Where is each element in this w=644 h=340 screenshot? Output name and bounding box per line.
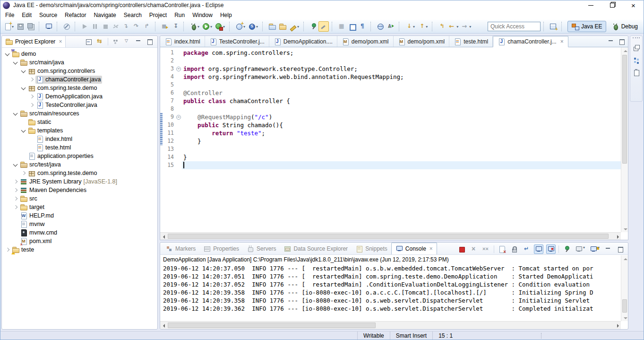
expander-closed-icon[interactable] bbox=[28, 76, 35, 83]
perspective-debug[interactable]: Debug bbox=[608, 21, 642, 32]
dots-button[interactable] bbox=[112, 38, 120, 45]
scrollbar-thumb[interactable] bbox=[168, 323, 376, 328]
task-list-view-icon[interactable] bbox=[633, 69, 640, 76]
disconnect-button[interactable] bbox=[111, 21, 121, 32]
console-horizontal-scrollbar[interactable] bbox=[160, 321, 621, 329]
expander-closed-icon[interactable] bbox=[28, 93, 35, 100]
open-type-button[interactable] bbox=[267, 21, 277, 32]
dropdown-arrow-icon[interactable]: ▾ bbox=[223, 25, 225, 29]
outline-view-icon[interactable] bbox=[633, 56, 640, 64]
show-selected-button[interactable] bbox=[347, 21, 357, 32]
tree-item-teste-html[interactable]: teste.html bbox=[2, 143, 157, 152]
forward-button[interactable]: ▾ bbox=[460, 21, 472, 32]
scroll-up-icon[interactable] bbox=[621, 47, 628, 54]
scroll-left-icon[interactable] bbox=[160, 233, 167, 240]
word-wrap-button[interactable] bbox=[522, 244, 531, 254]
menu-edit[interactable]: Edit bbox=[18, 11, 35, 19]
minimize-editor-icon[interactable] bbox=[607, 38, 615, 45]
collapse-all-button[interactable] bbox=[85, 38, 93, 45]
expander-closed-icon[interactable] bbox=[12, 186, 19, 194]
view-tab-console[interactable]: Console× bbox=[391, 243, 437, 254]
scroll-down-icon[interactable] bbox=[621, 314, 628, 321]
dropdown-arrow-icon[interactable]: ▾ bbox=[583, 245, 585, 253]
restore-window-button[interactable] bbox=[601, 0, 623, 10]
project-tree[interactable]: demosrc/main/javacom.spring.controllersc… bbox=[2, 48, 157, 254]
tree-item-demoapplication-java[interactable]: DemoApplication.java bbox=[2, 92, 157, 101]
new-wizard-button[interactable]: ▾ bbox=[2, 21, 15, 32]
tree-item-com-spring-teste-demo[interactable]: com.spring.teste.demo bbox=[2, 84, 157, 92]
fold-collapse-icon[interactable] bbox=[175, 113, 182, 121]
menu-source[interactable]: Source bbox=[35, 11, 61, 19]
tree-item-application-properties[interactable]: application.properties bbox=[2, 152, 157, 160]
open-perspective-button[interactable] bbox=[548, 21, 558, 32]
tree-item-index-html[interactable]: index.html bbox=[2, 135, 157, 143]
tree-item-static[interactable]: static bbox=[2, 118, 157, 126]
tree-item-com-spring-teste-demo[interactable]: com.spring.teste.demo bbox=[2, 169, 157, 177]
scroll-left-icon[interactable] bbox=[160, 322, 167, 329]
menu-navigate[interactable]: Navigate bbox=[90, 11, 120, 19]
view-menu-button[interactable] bbox=[123, 38, 131, 45]
scroll-right-icon[interactable] bbox=[614, 322, 621, 329]
back-button[interactable]: ▾ bbox=[447, 21, 460, 32]
expander-open-icon[interactable] bbox=[12, 59, 19, 66]
skip-breakpoints-button[interactable] bbox=[61, 21, 72, 32]
run-history-button[interactable] bbox=[160, 21, 170, 32]
next-annotation-button[interactable]: ▾ bbox=[404, 21, 416, 32]
expander-open-icon[interactable] bbox=[20, 84, 27, 92]
tree-item-src[interactable]: src bbox=[2, 194, 157, 203]
tree-item-chamacontroller-java[interactable]: chamaController.java bbox=[2, 75, 157, 84]
external-config-button[interactable] bbox=[386, 21, 396, 32]
dropdown-arrow-icon[interactable]: ▾ bbox=[256, 25, 258, 29]
minimize-window-button[interactable] bbox=[580, 0, 601, 10]
scrollbar-thumb[interactable] bbox=[622, 299, 627, 313]
close-tab-icon[interactable]: × bbox=[560, 38, 564, 45]
remove-launch-button[interactable] bbox=[469, 244, 479, 254]
minimize-button[interactable] bbox=[135, 38, 142, 45]
view-tab-servers[interactable]: Servers bbox=[243, 243, 280, 254]
dropdown-arrow-icon[interactable]: ▾ bbox=[197, 25, 199, 29]
dropdown-arrow-icon[interactable]: ▾ bbox=[426, 25, 428, 29]
scroll-right-icon[interactable] bbox=[614, 233, 621, 240]
editor-horizontal-scrollbar[interactable] bbox=[160, 232, 621, 240]
dropdown-arrow-icon[interactable]: ▾ bbox=[297, 25, 299, 29]
tree-item-demo[interactable]: demo bbox=[2, 50, 157, 58]
view-tab-properties[interactable]: Properties bbox=[199, 243, 243, 254]
menu-refactor[interactable]: Refactor bbox=[61, 11, 90, 19]
tree-item-pom-xml[interactable]: pom.xml bbox=[2, 237, 157, 245]
menu-search[interactable]: Search bbox=[120, 11, 146, 19]
project-explorer-tab[interactable]: Project Explorer × bbox=[2, 36, 66, 47]
close-view-icon[interactable]: × bbox=[429, 245, 433, 252]
step-return-button[interactable] bbox=[142, 21, 152, 32]
build-all-button[interactable] bbox=[336, 21, 347, 32]
expander-closed-icon[interactable] bbox=[12, 195, 19, 202]
expander-closed-icon[interactable] bbox=[12, 178, 19, 185]
last-edit-button[interactable] bbox=[437, 21, 447, 32]
debug-button[interactable]: ▾ bbox=[188, 21, 201, 32]
remove-all-launches-button[interactable] bbox=[481, 244, 491, 254]
resume-button[interactable] bbox=[79, 21, 90, 32]
tree-item-mvnw-cmd[interactable]: mvnw.cmd bbox=[2, 228, 157, 237]
menu-project[interactable]: Project bbox=[146, 11, 171, 19]
editor-tab-demoapplication[interactable]: DemoApplication.... bbox=[269, 36, 337, 47]
dropdown-arrow-icon[interactable]: ▾ bbox=[413, 25, 415, 29]
previous-annotation-button[interactable]: ▾ bbox=[416, 21, 429, 32]
menu-window[interactable]: Window bbox=[189, 11, 216, 19]
scroll-lock-button[interactable] bbox=[509, 244, 519, 254]
dropdown-arrow-icon[interactable]: ▾ bbox=[469, 25, 471, 29]
dropdown-arrow-icon[interactable]: ▾ bbox=[456, 25, 458, 29]
editor-vertical-scrollbar[interactable] bbox=[621, 47, 628, 232]
expander-closed-icon[interactable] bbox=[20, 169, 27, 177]
code-editor[interactable]: 1package com.spring.controllers;23import… bbox=[160, 47, 621, 232]
quick-access-input[interactable] bbox=[488, 22, 541, 31]
expander-closed-icon[interactable] bbox=[12, 203, 19, 211]
view-tab-markers[interactable]: Markers bbox=[162, 243, 199, 254]
scroll-down-icon[interactable] bbox=[621, 225, 628, 232]
editor-tab-demo-pom-xml[interactable]: demo/pom.xml bbox=[337, 36, 394, 47]
tree-item-com-spring-controllers[interactable]: com.spring.controllers bbox=[2, 67, 157, 75]
terminal-button[interactable] bbox=[43, 21, 54, 32]
tree-item-src-main-java[interactable]: src/main/java bbox=[2, 58, 157, 67]
open-browser-button[interactable] bbox=[375, 21, 386, 32]
step-into-button[interactable] bbox=[121, 21, 131, 32]
tree-item-src-test-java[interactable]: src/test/java bbox=[2, 160, 157, 169]
external-tools-button[interactable]: ▾ bbox=[214, 21, 226, 32]
